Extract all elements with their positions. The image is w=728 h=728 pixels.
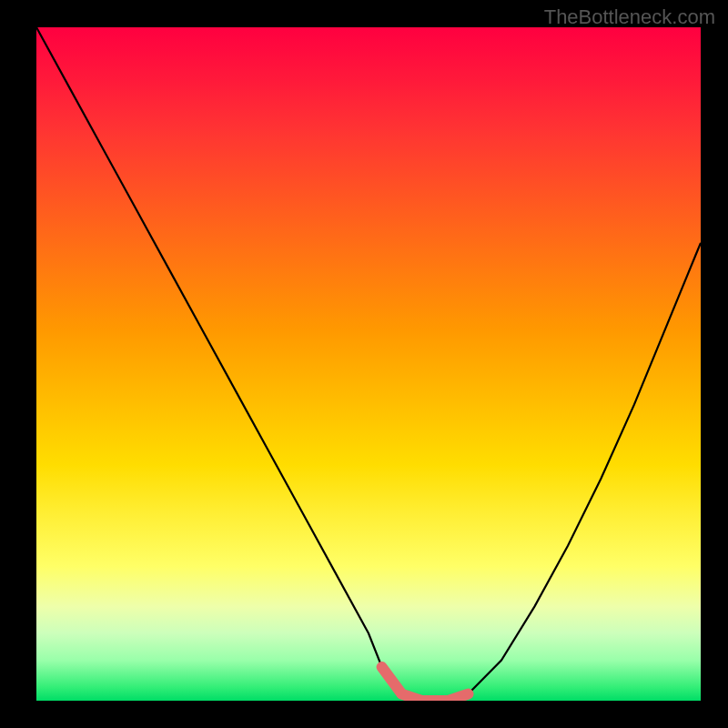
optimal-highlight-line — [382, 667, 469, 701]
chart-svg — [36, 27, 701, 701]
watermark-text: TheBottleneck.com — [544, 5, 715, 29]
bottleneck-curve-line — [36, 27, 701, 701]
chart-plot-area — [36, 27, 701, 701]
